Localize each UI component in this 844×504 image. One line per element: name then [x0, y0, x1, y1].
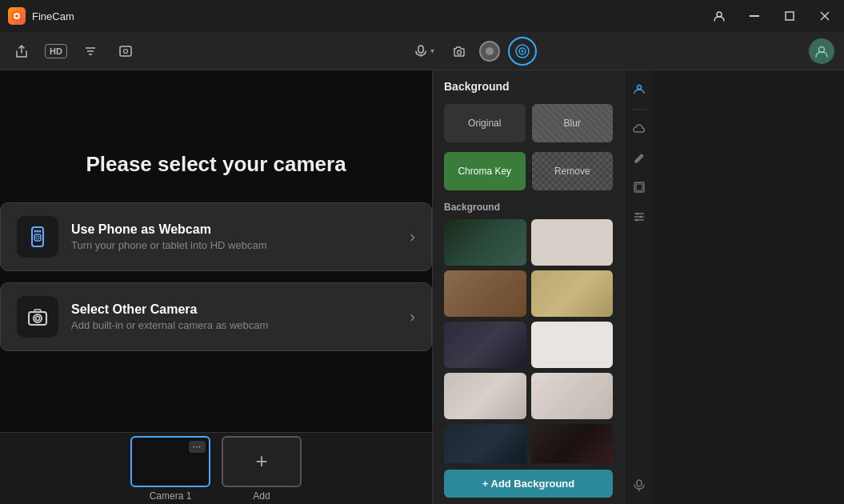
svg-point-28	[36, 316, 40, 320]
phone-icon	[17, 216, 58, 258]
panel-wrap: Background Original Blur Chroma Key Remo…	[432, 70, 844, 504]
phone-option-text: Use Phone as Webcam Turn your phone or t…	[71, 222, 397, 251]
side-icon-divider-1	[631, 109, 647, 110]
bg-thumb-7[interactable]	[444, 373, 526, 419]
toolbar: HD ▾	[0, 32, 844, 70]
export-icon[interactable]	[10, 39, 34, 63]
camera-viewport: Please select your camera	[0, 70, 432, 432]
blur-button[interactable]: Blur	[532, 104, 614, 142]
add-camera-thumb[interactable]: +	[222, 436, 302, 487]
phone-option-chevron: ›	[410, 227, 415, 246]
svg-point-27	[34, 314, 42, 322]
camera-1-thumb[interactable]: ···	[130, 436, 210, 487]
hd-button[interactable]: HD	[45, 44, 67, 58]
mic-button[interactable]: ▾	[410, 42, 439, 61]
background-grid	[433, 216, 624, 463]
virtual-bg-icon[interactable]	[114, 39, 138, 63]
user-avatar[interactable]	[809, 38, 834, 64]
svg-point-15	[458, 50, 462, 54]
svg-point-2	[15, 14, 18, 18]
camera-thumb-dots[interactable]: ···	[189, 441, 206, 453]
camera-1-label: Camera 1	[150, 490, 192, 502]
bg-thumb-2[interactable]	[531, 219, 614, 266]
background-panel: Background Original Blur Chroma Key Remo…	[432, 70, 624, 504]
svg-point-23	[39, 230, 42, 232]
other-camera-title: Select Other Camera	[71, 302, 397, 317]
filter-icon[interactable]	[78, 39, 102, 63]
phone-option-sub: Turn your phone or tablet into HD webcam	[71, 239, 397, 251]
minimize-button[interactable]	[743, 5, 766, 27]
live-button[interactable]	[508, 37, 537, 66]
svg-point-12	[124, 49, 128, 53]
person-side-icon[interactable]	[627, 77, 651, 101]
mic-side-icon[interactable]	[627, 474, 651, 498]
svg-point-29	[637, 86, 641, 90]
camera-options-list: Use Phone as Webcam Turn your phone or t…	[0, 202, 432, 351]
close-button[interactable]	[814, 5, 836, 27]
app-title-text: FineCam	[32, 10, 74, 22]
chroma-key-button[interactable]: Chroma Key	[444, 152, 526, 190]
camera-area: Please select your camera	[0, 70, 432, 504]
layers-side-icon[interactable]	[627, 175, 651, 199]
bg-thumb-8[interactable]	[531, 373, 614, 419]
svg-rect-11	[120, 46, 131, 56]
bg-thumb-3[interactable]	[444, 270, 526, 317]
side-icon-panel	[624, 70, 653, 504]
cloud-side-icon[interactable]	[627, 118, 651, 142]
other-camera-option[interactable]: Select Other Camera Add built-in or exte…	[0, 282, 432, 351]
sliders-side-icon[interactable]	[627, 204, 651, 228]
phone-webcam-option[interactable]: Use Phone as Webcam Turn your phone or t…	[0, 202, 432, 271]
bg-thumb-1[interactable]	[444, 219, 526, 266]
add-camera-plus-icon: +	[255, 449, 267, 474]
svg-point-25	[36, 236, 39, 239]
main-area: Please select your camera	[0, 70, 844, 504]
original-button[interactable]: Original	[444, 104, 526, 142]
bg-thumb-10[interactable]	[531, 424, 614, 463]
svg-rect-13	[418, 46, 423, 53]
maximize-button[interactable]	[778, 5, 801, 27]
svg-rect-24	[34, 234, 41, 241]
svg-point-35	[636, 213, 638, 215]
add-background-button[interactable]: + Add Background	[444, 470, 613, 498]
camera-prompt: Please select your camera	[86, 152, 346, 177]
bg-thumb-6[interactable]	[531, 322, 614, 368]
bg-thumb-5[interactable]	[444, 322, 526, 368]
brush-side-icon[interactable]	[627, 146, 651, 170]
svg-point-36	[639, 216, 642, 218]
bg-thumb-9[interactable]	[444, 424, 526, 463]
bg-thumb-4[interactable]	[531, 270, 614, 317]
bg-top-options: Original Blur	[433, 99, 624, 147]
other-camera-sub: Add built-in or external camera as webca…	[71, 319, 397, 331]
svg-point-21	[34, 230, 37, 232]
account-button[interactable]	[708, 5, 730, 27]
svg-point-22	[37, 230, 39, 232]
record-button[interactable]	[479, 41, 500, 62]
svg-point-18	[522, 50, 524, 52]
bg-second-options: Chroma Key Remove	[433, 147, 624, 195]
title-bar: FineCam	[0, 0, 844, 32]
svg-rect-4	[750, 15, 759, 17]
svg-rect-5	[786, 12, 794, 20]
svg-rect-31	[636, 184, 642, 190]
remove-button[interactable]: Remove	[532, 152, 614, 190]
other-camera-text: Select Other Camera Add built-in or exte…	[71, 302, 397, 331]
camera-snapshot-icon[interactable]	[447, 39, 471, 63]
svg-rect-38	[637, 480, 642, 486]
bg-section-label: Background	[433, 195, 624, 216]
add-camera-label: Add	[253, 490, 270, 502]
camera-strip: ··· Camera 1 + Add	[0, 432, 432, 504]
other-camera-chevron: ›	[410, 307, 415, 326]
camera-icon	[17, 296, 58, 338]
phone-option-title: Use Phone as Webcam	[71, 222, 397, 237]
svg-point-37	[635, 219, 638, 222]
app-logo	[8, 7, 26, 25]
svg-point-3	[717, 12, 722, 17]
panel-title: Background	[433, 70, 624, 99]
mic-caret[interactable]: ▾	[430, 46, 434, 55]
